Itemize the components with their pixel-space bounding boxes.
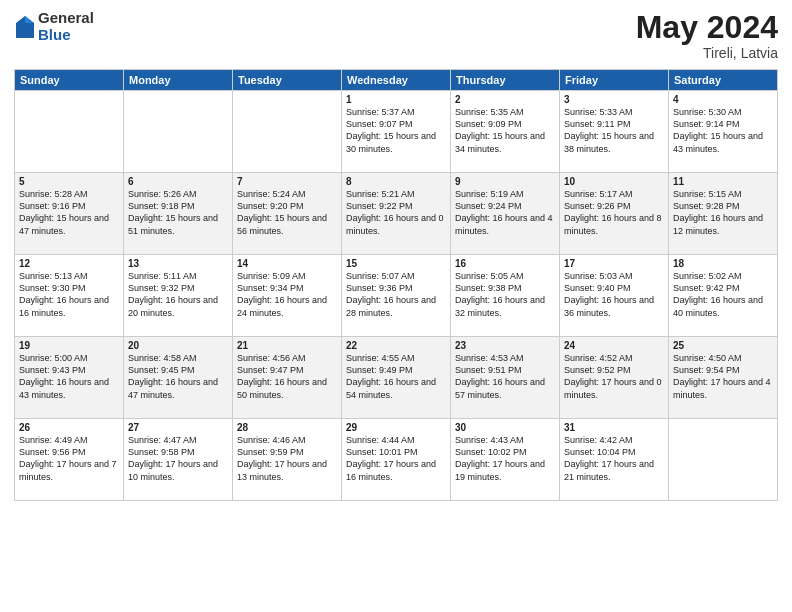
calendar-cell: 28Sunrise: 4:46 AM Sunset: 9:59 PM Dayli… [233,419,342,501]
day-info: Sunrise: 4:46 AM Sunset: 9:59 PM Dayligh… [237,434,337,483]
month-year: May 2024 [636,10,778,45]
day-info: Sunrise: 4:42 AM Sunset: 10:04 PM Daylig… [564,434,664,483]
day-number: 18 [673,258,773,269]
day-number: 15 [346,258,446,269]
calendar-cell: 17Sunrise: 5:03 AM Sunset: 9:40 PM Dayli… [560,255,669,337]
day-number: 27 [128,422,228,433]
day-number: 30 [455,422,555,433]
day-info: Sunrise: 4:44 AM Sunset: 10:01 PM Daylig… [346,434,446,483]
day-info: Sunrise: 5:00 AM Sunset: 9:43 PM Dayligh… [19,352,119,401]
logo-blue: Blue [38,27,94,44]
calendar-cell: 26Sunrise: 4:49 AM Sunset: 9:56 PM Dayli… [15,419,124,501]
day-info: Sunrise: 5:13 AM Sunset: 9:30 PM Dayligh… [19,270,119,319]
day-number: 10 [564,176,664,187]
calendar-cell: 30Sunrise: 4:43 AM Sunset: 10:02 PM Dayl… [451,419,560,501]
svg-marker-1 [25,16,34,23]
col-friday: Friday [560,70,669,91]
day-info: Sunrise: 4:49 AM Sunset: 9:56 PM Dayligh… [19,434,119,483]
calendar-cell: 15Sunrise: 5:07 AM Sunset: 9:36 PM Dayli… [342,255,451,337]
calendar-cell: 23Sunrise: 4:53 AM Sunset: 9:51 PM Dayli… [451,337,560,419]
calendar-cell [15,91,124,173]
week-row-1: 1Sunrise: 5:37 AM Sunset: 9:07 PM Daylig… [15,91,778,173]
calendar-cell: 25Sunrise: 4:50 AM Sunset: 9:54 PM Dayli… [669,337,778,419]
day-info: Sunrise: 4:50 AM Sunset: 9:54 PM Dayligh… [673,352,773,401]
day-info: Sunrise: 4:47 AM Sunset: 9:58 PM Dayligh… [128,434,228,483]
day-info: Sunrise: 5:17 AM Sunset: 9:26 PM Dayligh… [564,188,664,237]
week-row-2: 5Sunrise: 5:28 AM Sunset: 9:16 PM Daylig… [15,173,778,255]
day-info: Sunrise: 5:02 AM Sunset: 9:42 PM Dayligh… [673,270,773,319]
calendar-cell: 13Sunrise: 5:11 AM Sunset: 9:32 PM Dayli… [124,255,233,337]
logo: General Blue [14,10,94,43]
calendar-header: Sunday Monday Tuesday Wednesday Thursday… [15,70,778,91]
calendar-cell [669,419,778,501]
col-thursday: Thursday [451,70,560,91]
calendar-cell: 14Sunrise: 5:09 AM Sunset: 9:34 PM Dayli… [233,255,342,337]
day-number: 3 [564,94,664,105]
calendar-cell: 9Sunrise: 5:19 AM Sunset: 9:24 PM Daylig… [451,173,560,255]
calendar-cell [233,91,342,173]
day-info: Sunrise: 5:03 AM Sunset: 9:40 PM Dayligh… [564,270,664,319]
calendar-cell: 21Sunrise: 4:56 AM Sunset: 9:47 PM Dayli… [233,337,342,419]
calendar-cell: 29Sunrise: 4:44 AM Sunset: 10:01 PM Dayl… [342,419,451,501]
calendar-cell: 19Sunrise: 5:00 AM Sunset: 9:43 PM Dayli… [15,337,124,419]
day-number: 29 [346,422,446,433]
calendar-cell: 7Sunrise: 5:24 AM Sunset: 9:20 PM Daylig… [233,173,342,255]
week-row-5: 26Sunrise: 4:49 AM Sunset: 9:56 PM Dayli… [15,419,778,501]
col-sunday: Sunday [15,70,124,91]
calendar-cell: 31Sunrise: 4:42 AM Sunset: 10:04 PM Dayl… [560,419,669,501]
day-info: Sunrise: 4:53 AM Sunset: 9:51 PM Dayligh… [455,352,555,401]
day-number: 2 [455,94,555,105]
day-number: 31 [564,422,664,433]
col-tuesday: Tuesday [233,70,342,91]
calendar-cell: 2Sunrise: 5:35 AM Sunset: 9:09 PM Daylig… [451,91,560,173]
day-number: 8 [346,176,446,187]
location: Tireli, Latvia [636,45,778,61]
calendar-cell: 4Sunrise: 5:30 AM Sunset: 9:14 PM Daylig… [669,91,778,173]
calendar-cell: 16Sunrise: 5:05 AM Sunset: 9:38 PM Dayli… [451,255,560,337]
calendar-cell: 22Sunrise: 4:55 AM Sunset: 9:49 PM Dayli… [342,337,451,419]
day-number: 1 [346,94,446,105]
day-info: Sunrise: 5:24 AM Sunset: 9:20 PM Dayligh… [237,188,337,237]
day-info: Sunrise: 5:15 AM Sunset: 9:28 PM Dayligh… [673,188,773,237]
day-number: 21 [237,340,337,351]
day-info: Sunrise: 4:58 AM Sunset: 9:45 PM Dayligh… [128,352,228,401]
page: General Blue May 2024 Tireli, Latvia Sun… [0,0,792,612]
day-number: 11 [673,176,773,187]
day-info: Sunrise: 5:21 AM Sunset: 9:22 PM Dayligh… [346,188,446,237]
header-row: Sunday Monday Tuesday Wednesday Thursday… [15,70,778,91]
day-number: 12 [19,258,119,269]
week-row-3: 12Sunrise: 5:13 AM Sunset: 9:30 PM Dayli… [15,255,778,337]
col-wednesday: Wednesday [342,70,451,91]
calendar-cell: 10Sunrise: 5:17 AM Sunset: 9:26 PM Dayli… [560,173,669,255]
logo-text: General Blue [38,10,94,43]
logo-general: General [38,10,94,27]
day-number: 14 [237,258,337,269]
week-row-4: 19Sunrise: 5:00 AM Sunset: 9:43 PM Dayli… [15,337,778,419]
day-info: Sunrise: 5:33 AM Sunset: 9:11 PM Dayligh… [564,106,664,155]
day-info: Sunrise: 5:05 AM Sunset: 9:38 PM Dayligh… [455,270,555,319]
calendar-cell: 8Sunrise: 5:21 AM Sunset: 9:22 PM Daylig… [342,173,451,255]
day-number: 25 [673,340,773,351]
day-info: Sunrise: 5:35 AM Sunset: 9:09 PM Dayligh… [455,106,555,155]
header: General Blue May 2024 Tireli, Latvia [14,10,778,61]
day-number: 13 [128,258,228,269]
calendar-table: Sunday Monday Tuesday Wednesday Thursday… [14,69,778,501]
day-number: 4 [673,94,773,105]
calendar-cell [124,91,233,173]
col-monday: Monday [124,70,233,91]
calendar-cell: 11Sunrise: 5:15 AM Sunset: 9:28 PM Dayli… [669,173,778,255]
calendar-cell: 3Sunrise: 5:33 AM Sunset: 9:11 PM Daylig… [560,91,669,173]
day-info: Sunrise: 5:11 AM Sunset: 9:32 PM Dayligh… [128,270,228,319]
day-number: 7 [237,176,337,187]
day-number: 23 [455,340,555,351]
calendar-cell: 18Sunrise: 5:02 AM Sunset: 9:42 PM Dayli… [669,255,778,337]
day-info: Sunrise: 4:55 AM Sunset: 9:49 PM Dayligh… [346,352,446,401]
day-info: Sunrise: 5:30 AM Sunset: 9:14 PM Dayligh… [673,106,773,155]
day-number: 26 [19,422,119,433]
day-number: 19 [19,340,119,351]
calendar-cell: 20Sunrise: 4:58 AM Sunset: 9:45 PM Dayli… [124,337,233,419]
day-number: 20 [128,340,228,351]
calendar-body: 1Sunrise: 5:37 AM Sunset: 9:07 PM Daylig… [15,91,778,501]
day-number: 17 [564,258,664,269]
calendar-cell: 12Sunrise: 5:13 AM Sunset: 9:30 PM Dayli… [15,255,124,337]
